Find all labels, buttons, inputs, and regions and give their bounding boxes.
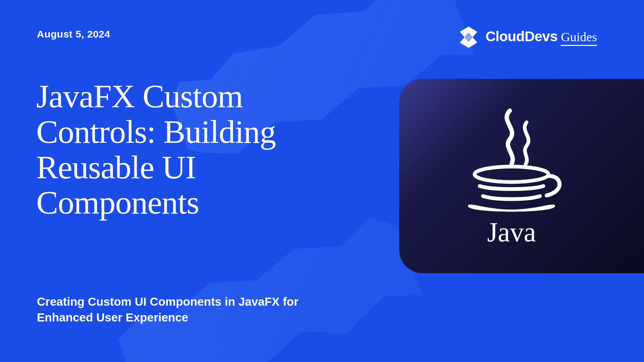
feature-card-content: Java (451, 106, 572, 246)
slide-container: August 5, 2024 CloudDevs Guides JavaFX C… (0, 0, 644, 362)
java-logo-icon: Java (451, 106, 572, 246)
brand-name: CloudDevs (485, 28, 557, 45)
slide-subtitle: Creating Custom UI Components in JavaFX … (37, 294, 332, 325)
clouddevs-icon (457, 25, 481, 49)
brand-logo: CloudDevs Guides (457, 25, 597, 49)
publish-date: August 5, 2024 (37, 28, 110, 40)
feature-card: Java (399, 79, 644, 273)
slide-title: JavaFX Custom Controls: Building Reusabl… (36, 79, 345, 221)
java-wordmark: Java (487, 217, 536, 246)
brand-text: CloudDevs Guides (485, 28, 597, 46)
brand-suffix: Guides (561, 29, 597, 46)
